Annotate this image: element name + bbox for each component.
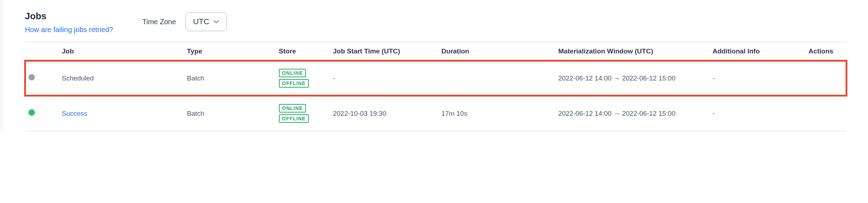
timezone-value: UTC (193, 17, 209, 26)
page-title: Jobs (25, 11, 142, 22)
type-cell: Batch (184, 61, 275, 96)
col-add: Additional Info (709, 42, 805, 61)
timezone-select[interactable]: UTC (185, 12, 227, 31)
col-duration: Duration (438, 42, 555, 61)
start-time-cell: - (329, 61, 438, 96)
store-badge-online: ONLINE (279, 104, 306, 113)
duration-cell (438, 61, 555, 96)
col-job: Job (58, 42, 184, 61)
col-mat: Materialization Window (UTC) (555, 42, 709, 61)
help-link[interactable]: How are failing jobs retried? (25, 25, 113, 35)
store-badge-offline: OFFLINE (279, 79, 309, 88)
timezone-label: Time Zone (142, 18, 176, 26)
status-dot-icon (28, 109, 35, 116)
col-start: Job Start Time (UTC) (329, 42, 438, 61)
duration-cell: 17m 10s (438, 96, 555, 131)
chevron-down-icon (213, 20, 219, 24)
job-link[interactable]: Success (62, 110, 88, 117)
start-time-cell: 2022-10-03 19:30 (329, 96, 438, 131)
actions-cell (805, 96, 847, 131)
additional-info-cell: - (709, 61, 805, 96)
jobs-header: Jobs How are failing jobs retried? Time … (25, 0, 847, 42)
store-badge-offline: OFFLINE (279, 114, 309, 123)
col-actions: Actions (805, 42, 847, 61)
job-label: Scheduled (62, 74, 94, 82)
store-badge-online: ONLINE (279, 69, 306, 77)
type-cell: Batch (184, 96, 275, 131)
table-row: SuccessBatchONLINEOFFLINE2022-10-03 19:3… (25, 96, 847, 131)
table-row: ScheduledBatchONLINEOFFLINE-2022-06-12 1… (25, 61, 847, 96)
col-type: Type (184, 42, 275, 61)
additional-info-cell: - (709, 96, 805, 131)
status-dot-icon (28, 74, 35, 80)
mat-window-cell: 2022-06-12 14:00 → 2022-06-12 15:00 (555, 61, 709, 96)
jobs-table: Job Type Store Job Start Time (UTC) Dura… (25, 42, 847, 131)
mat-window-cell: 2022-06-12 14:00 → 2022-06-12 15:00 (555, 96, 709, 131)
actions-cell (805, 61, 847, 96)
table-header-row: Job Type Store Job Start Time (UTC) Dura… (25, 42, 847, 61)
col-store: Store (275, 42, 329, 61)
